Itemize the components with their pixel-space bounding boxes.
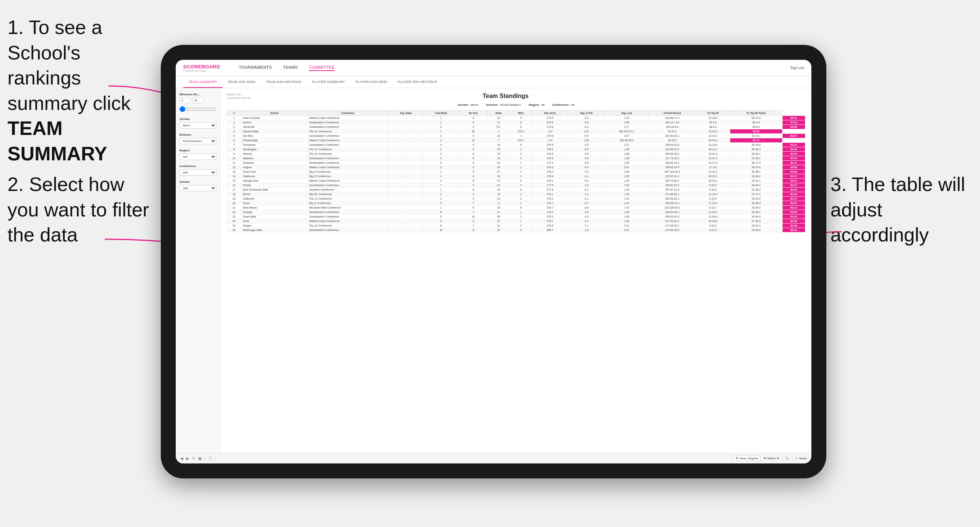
table-cell: 82.33 (782, 151, 805, 156)
nav-teams[interactable]: TEAMS (283, 65, 298, 71)
table-cell: 267 104-42-3 (648, 169, 696, 174)
table-cell: 24 (488, 196, 509, 201)
conference-select[interactable]: (All) (180, 169, 216, 176)
table-cell: 19 (227, 196, 242, 201)
conference-label: Conference (180, 165, 216, 168)
table-cell: Oklahoma (241, 174, 307, 178)
tab-player-summary[interactable]: PLAYER SUMMARY (307, 76, 350, 88)
table-cell: New Mexico (241, 205, 307, 210)
table-cell: 83.49 (782, 147, 805, 151)
table-row: 4Arizona StatePac-12 Conference-1261274.… (227, 129, 805, 133)
tab-player-h2h-grid[interactable]: PLAYER H2H GRID (350, 76, 392, 88)
table-cell: 42-18-0 (696, 116, 730, 120)
table-cell: 3 (227, 124, 242, 129)
table-cell: 80.54 (782, 210, 805, 214)
table-cell: 8-14-0 (696, 196, 730, 201)
table-cell: 33-25-2 (648, 138, 696, 143)
toolbar-back-icon[interactable]: ◀ (180, 456, 183, 460)
instruction-2-text: 2. Select how you want to filter the dat… (8, 173, 149, 246)
table-cell: 29-15-1 (730, 133, 782, 138)
table-cell: 20 (227, 201, 242, 205)
toolbar-forward-icon[interactable]: ▶ (186, 456, 189, 460)
table-cell: 24 (227, 219, 242, 223)
table-cell: 8 (459, 174, 488, 178)
table-cell: Pac-12 Conference (308, 151, 388, 156)
tab-team-summary[interactable]: TEAM SUMMARY (183, 76, 223, 88)
table-cell: 23 (488, 147, 509, 151)
table-cell: 255 63-21-0 (648, 143, 696, 147)
table-cell: 40-29-2 (696, 138, 730, 143)
table-cell: 21 (488, 223, 509, 228)
table-cell: 7 (459, 201, 488, 205)
table-cell: 1 (488, 129, 509, 133)
table-cell: -5.1 (568, 187, 605, 192)
table-cell: - (388, 143, 423, 147)
table-cell: -5.1 (568, 196, 605, 201)
table-cell: Georgia (241, 210, 307, 214)
table-cell: 16 (227, 183, 242, 187)
table-cell: 37-30-0 (730, 219, 782, 223)
table-cell: 13 (227, 169, 242, 174)
table-cell: - (388, 147, 423, 151)
toolbar-copy-icon[interactable]: ▣ (198, 456, 202, 460)
table-cell: 9 (459, 120, 488, 124)
tab-player-h2h-heatmap[interactable]: PLAYER H2H HEATMAP (392, 76, 442, 88)
table-cell: 268 83-15-0 (648, 165, 696, 169)
table-row: 18IllinoisBig Ten Conference-19231279.1-… (227, 192, 805, 196)
table-cell: 279.5 (533, 223, 568, 228)
table-cell: 8 (459, 178, 488, 183)
table-cell: 262 63-15-1 (648, 133, 696, 138)
nav-committee[interactable]: COMMITTEE (309, 65, 335, 71)
table-cell: 1 (510, 147, 533, 151)
min-rounds-min-input[interactable] (180, 98, 191, 103)
table-cell: 6 (423, 160, 459, 165)
region-select[interactable]: N/A All (180, 154, 216, 160)
table-row: 11ArkansasSoutheastern Conference-682412… (227, 160, 805, 165)
share-button[interactable]: ⇧ Share (795, 457, 807, 460)
table-cell: 9 (459, 219, 488, 223)
conference-section: Conference (All) (180, 165, 216, 176)
filter-row: Gender: Men's Division: NCAA Division I … (227, 103, 805, 106)
table-cell: 15-30-0 (730, 228, 782, 232)
division-select[interactable]: NCAA Division I NCAA Division II NCAA Di… (180, 138, 216, 144)
table-cell: -2.9 (568, 183, 605, 187)
table-cell: 39-23-1 (730, 151, 782, 156)
table-cell: 271 66-40-1 (648, 223, 696, 228)
logo-text: SCOREBOARD (183, 64, 220, 70)
table-cell: -5.0 (568, 133, 605, 138)
toolbar-grid-icon[interactable]: ☷ (786, 456, 789, 460)
gender-select[interactable]: Men's Women's (180, 122, 216, 129)
table-cell: 273.6 (533, 120, 568, 124)
main-nav: TOURNAMENTS TEAMS COMMITTEE (239, 65, 335, 71)
table-cell: 82.98 (782, 219, 805, 223)
table-cell: 80.71 (782, 160, 805, 165)
table-cell: 278.7 (533, 205, 568, 210)
table-cell: 278.2 (533, 196, 568, 201)
table-cell: 33-44-3 (730, 214, 782, 219)
col-avg-low: Avg. Low (605, 110, 649, 116)
nav-tournaments[interactable]: TOURNAMENTS (239, 65, 272, 71)
tab-team-h2h-heatmap[interactable]: TEAM H2H HEATMAP (261, 76, 307, 88)
toolbar-refresh-icon[interactable]: ↻ (192, 456, 195, 460)
table-cell: 39-20-1 (730, 147, 782, 151)
school-select[interactable]: (All) (180, 185, 216, 191)
table-cell: 2.88 (605, 120, 649, 124)
table-cell: 23-31-1 (730, 223, 782, 228)
table-cell: 269 59-41-4 (648, 201, 696, 205)
min-rounds-slider[interactable] (180, 106, 216, 112)
table-cell: 2.52 (568, 129, 605, 133)
table-cell: 1.85 (605, 178, 649, 183)
table-cell: 5 (423, 156, 459, 160)
view-original-button[interactable]: 👁 View: Original (733, 456, 760, 461)
min-rounds-max-input[interactable] (192, 98, 204, 103)
watch-button[interactable]: 👁 Watch ▼ (764, 457, 780, 460)
col-rank: # (227, 110, 242, 116)
table-cell: 80.13 (782, 228, 805, 232)
table-row: 10AlabamaSoutheastern Conference-5823327… (227, 156, 805, 160)
tab-team-h2h-grid[interactable]: TEAM H2H GRID (223, 76, 261, 88)
table-cell: 3.01 (605, 165, 649, 169)
table-cell: 4 (423, 143, 459, 147)
toolbar-clock-icon[interactable]: 🕐 (208, 456, 212, 460)
sign-out-button[interactable]: Sign out (790, 66, 804, 70)
table-cell: 2 (423, 174, 459, 178)
